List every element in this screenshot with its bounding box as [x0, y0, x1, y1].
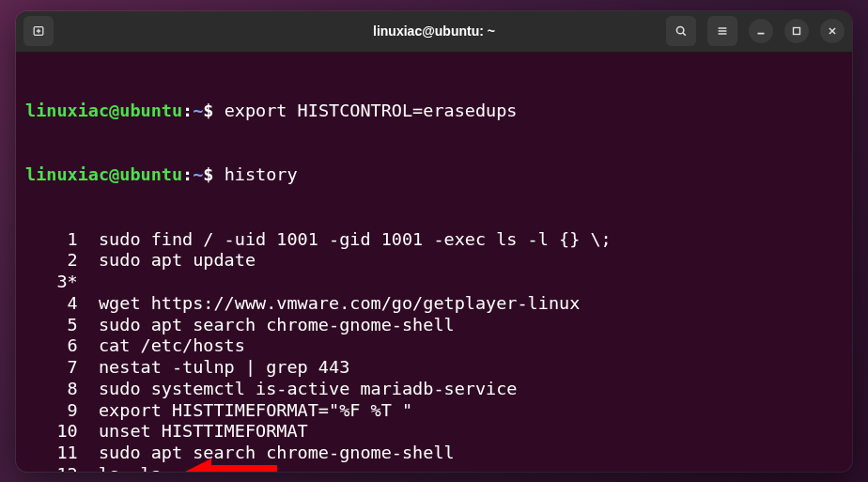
- minimize-button[interactable]: [749, 19, 773, 43]
- history-line: 8 sudo systemctl is-active mariadb-servi…: [25, 379, 843, 400]
- history-command: nestat -tulnp | grep 443: [78, 357, 350, 377]
- terminal-body[interactable]: linuxiac@ubuntu:~$ export HISTCONTROL=er…: [16, 53, 852, 472]
- command-line-2: linuxiac@ubuntu:~$ history: [25, 164, 843, 186]
- search-button[interactable]: [666, 16, 696, 46]
- history-number: 8: [25, 379, 78, 400]
- new-tab-button[interactable]: [23, 16, 54, 46]
- maximize-button[interactable]: [784, 19, 809, 43]
- typed-command-1: export HISTCONTROL=erasedups: [225, 101, 518, 120]
- history-number: 1: [25, 229, 78, 251]
- prompt-colon: :: [182, 101, 193, 120]
- history-number: 3*: [25, 272, 78, 293]
- history-command: cat /etc/hosts: [78, 335, 245, 355]
- history-command: wget https://www.vmware.com/go/getplayer…: [78, 293, 581, 313]
- history-command: sudo apt search chrome-gnome-shell: [78, 315, 455, 334]
- history-line: 10 unset HISTTIMEFORMAT: [25, 421, 843, 443]
- history-output: 1 sudo find / -uid 1001 -gid 1001 -exec …: [25, 229, 843, 472]
- history-number: 11: [25, 443, 78, 464]
- history-line: 12 ls -la: [25, 464, 843, 472]
- history-command: sudo systemctl is-active mariadb-service: [78, 379, 518, 398]
- svg-rect-9: [794, 28, 800, 35]
- command-line-1: linuxiac@ubuntu:~$ export HISTCONTROL=er…: [25, 101, 843, 122]
- history-command: unset HISTTIMEFORMAT: [78, 421, 308, 441]
- prompt-userhost: linuxiac@ubuntu: [25, 101, 182, 120]
- window-title: linuxiac@ubuntu: ~: [373, 23, 495, 39]
- history-command: ls -la: [78, 464, 162, 472]
- history-number: 6: [25, 335, 78, 357]
- svg-point-3: [676, 26, 683, 33]
- history-number: 4: [25, 293, 78, 315]
- history-line: 3*: [25, 272, 843, 293]
- history-number: 9: [25, 400, 78, 422]
- history-line: 1 sudo find / -uid 1001 -gid 1001 -exec …: [25, 229, 843, 251]
- history-line: 11 sudo apt search chrome-gnome-shell: [25, 443, 843, 464]
- history-number: 7: [25, 357, 78, 379]
- annotation-arrow: [185, 459, 277, 472]
- history-number: 12: [25, 464, 78, 472]
- history-line: 5 sudo apt search chrome-gnome-shell: [25, 315, 843, 336]
- hamburger-menu-button[interactable]: [707, 16, 737, 46]
- history-line: 9 export HISTTIMEFORMAT="%F %T ": [25, 400, 843, 422]
- svg-line-4: [683, 33, 686, 36]
- history-number: 2: [25, 250, 78, 272]
- prompt-path: ~: [193, 101, 203, 120]
- history-command: [78, 272, 99, 291]
- history-line: 2 sudo apt update: [25, 250, 843, 272]
- arrow-left-icon: [185, 459, 211, 472]
- history-line: 4 wget https://www.vmware.com/go/getplay…: [25, 293, 843, 315]
- typed-command-2: history: [225, 164, 298, 184]
- history-command: export HISTTIMEFORMAT="%F %T ": [78, 400, 412, 420]
- history-line: 6 cat /etc/hosts: [25, 335, 843, 357]
- close-button[interactable]: [820, 19, 845, 43]
- history-number: 10: [25, 421, 78, 443]
- history-number: 5: [25, 315, 78, 336]
- history-command: sudo apt update: [78, 250, 256, 270]
- prompt-dollar: $: [203, 101, 213, 120]
- terminal-window: linuxiac@ubuntu: ~: [16, 11, 852, 472]
- history-command: sudo find / -uid 1001 -gid 1001 -exec ls…: [78, 229, 612, 249]
- titlebar: linuxiac@ubuntu: ~: [16, 11, 852, 53]
- history-line: 7 nestat -tulnp | grep 443: [25, 357, 843, 379]
